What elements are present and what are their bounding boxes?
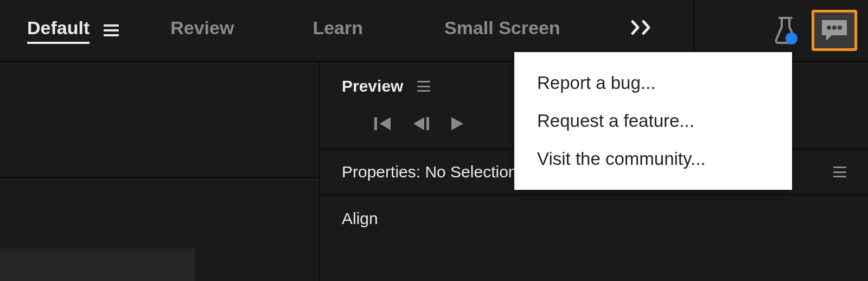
menu-item-request-feature[interactable]: Request a feature...: [514, 102, 792, 140]
menu-item-report-bug[interactable]: Report a bug...: [514, 64, 792, 102]
workspace-tab-learn[interactable]: Learn: [312, 17, 387, 44]
panel-divider: [0, 177, 319, 178]
workspace-overflow-button[interactable]: [630, 20, 656, 38]
svg-point-2: [838, 25, 842, 30]
workspace-tab-small-screen[interactable]: Small Screen: [444, 17, 585, 44]
skip-back-icon[interactable]: [374, 116, 393, 133]
left-panel-sub: [0, 248, 195, 281]
svg-rect-3: [374, 117, 377, 130]
menu-item-visit-community[interactable]: Visit the community...: [514, 140, 792, 178]
align-panel: Align: [320, 195, 868, 228]
align-title: Align: [342, 209, 378, 227]
step-back-icon[interactable]: [412, 116, 431, 133]
svg-point-1: [832, 25, 837, 30]
right-icon-group: [769, 10, 857, 51]
panel-menu-icon[interactable]: [417, 81, 430, 92]
panel-menu-icon[interactable]: [833, 167, 846, 177]
workspace-tab-label: Learn: [312, 17, 363, 44]
workspace-tab-label: Small Screen: [444, 17, 560, 44]
hamburger-icon[interactable]: [104, 24, 119, 36]
svg-point-0: [827, 25, 831, 30]
preview-title: Preview: [342, 77, 403, 95]
workspace-tabs: Default Review Learn Small Screen: [27, 17, 585, 44]
notification-dot-icon: [786, 33, 797, 44]
workspace-tab-default[interactable]: Default: [27, 17, 143, 44]
properties-title: Properties: No Selection: [342, 163, 518, 181]
svg-rect-4: [426, 117, 429, 130]
play-icon[interactable]: [450, 116, 464, 133]
feedback-dropdown: Report a bug... Request a feature... Vis…: [514, 52, 792, 190]
feedback-icon[interactable]: [812, 10, 857, 51]
workspace-tab-review[interactable]: Review: [170, 17, 258, 44]
workspace-tab-label: Review: [170, 17, 234, 44]
left-panel: [0, 62, 320, 281]
beaker-icon[interactable]: [769, 14, 802, 47]
workspace-tab-label: Default: [27, 17, 90, 44]
